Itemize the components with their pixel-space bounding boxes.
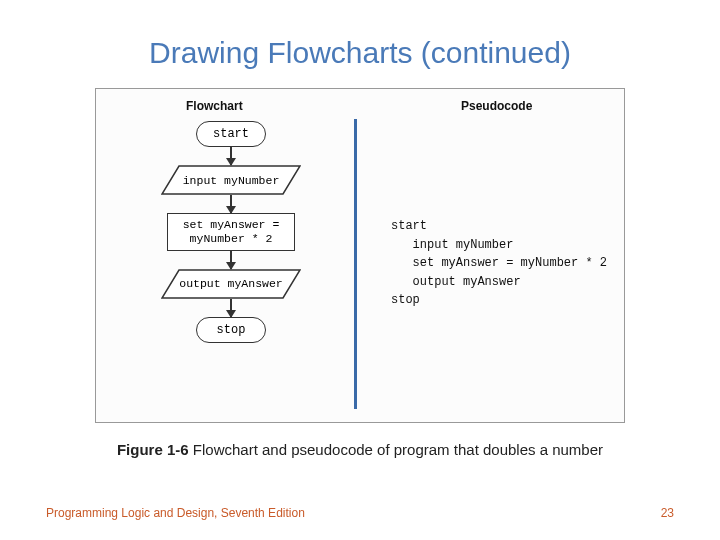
arrow-icon [230,251,232,269]
footer-book-title: Programming Logic and Design, Seventh Ed… [46,506,305,520]
pseudocode-heading: Pseudocode [461,99,532,113]
slide-footer: Programming Logic and Design, Seventh Ed… [46,506,674,520]
flowchart-diagram: start input myNumber set myAnswer = myNu… [146,121,316,343]
terminal-start: start [196,121,266,147]
terminal-stop: stop [196,317,266,343]
io-input-text: input myNumber [161,165,301,195]
process-shape: set myAnswer = myNumber * 2 [167,213,295,251]
io-output-shape: output myAnswer [161,269,301,299]
slide-title: Drawing Flowcharts (continued) [0,0,720,88]
process-line-2: myNumber * 2 [190,232,273,245]
flowchart-heading: Flowchart [186,99,243,113]
pseudocode-block: start input myNumber set myAnswer = myNu… [391,217,607,310]
process-line-1: set myAnswer = [183,218,280,231]
arrow-icon [230,147,232,165]
figure-panel: Flowchart Pseudocode start input myNumbe… [95,88,625,423]
caption-label: Figure 1-6 [117,441,189,458]
caption-text: Flowchart and pseudocode of program that… [189,441,603,458]
io-input-shape: input myNumber [161,165,301,195]
io-output-text: output myAnswer [161,269,301,299]
arrow-icon [230,299,232,317]
vertical-divider [354,119,357,409]
page-number: 23 [661,506,674,520]
arrow-icon [230,195,232,213]
figure-caption: Figure 1-6 Flowchart and pseudocode of p… [0,441,720,458]
